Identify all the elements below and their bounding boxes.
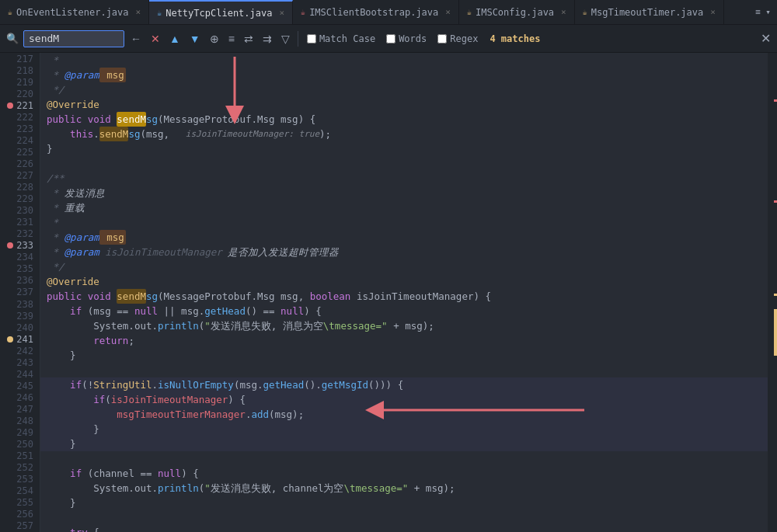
tab-close-icon-2[interactable]: ×	[445, 7, 451, 17]
code-line-229: * @param msg	[40, 230, 768, 245]
search-nav-up-button[interactable]: ▲	[166, 31, 183, 47]
tab-label-4: MsgTimeoutTimer.java	[591, 7, 704, 18]
match-case-option[interactable]: Match Case	[303, 32, 379, 46]
code-line-225: /**	[40, 171, 768, 186]
code-line-240: if(isJoinTimeoutManager) {	[40, 392, 768, 407]
tab-on-event-listener[interactable]: ☕ OnEventListener.java ×	[0, 0, 149, 24]
code-line-249: try {	[40, 525, 768, 532]
editor-area: 217 218 219 220 221 222 223 224 225 226 …	[0, 53, 777, 532]
gutter-line-257: 257	[0, 520, 40, 532]
gutter-line-253: 253	[0, 474, 40, 485]
search-icon: 🔍	[6, 33, 19, 44]
gutter-line-228: 228	[0, 182, 40, 193]
code-line-243: }	[40, 436, 768, 451]
gutter-line-244: 244	[0, 368, 40, 380]
search-replace-all-button[interactable]: ⇉	[260, 31, 275, 47]
search-replace-button[interactable]: ⇄	[241, 31, 256, 47]
tab-label-active: NettyTcpClient.java	[166, 8, 272, 19]
code-line-223: }	[40, 141, 768, 156]
tab-close-icon[interactable]: ×	[136, 7, 141, 17]
words-checkbox[interactable]	[386, 34, 395, 43]
line-number-gutter: 217 218 219 220 221 222 223 224 225 226 …	[0, 53, 40, 532]
gutter-line-234: 234	[0, 252, 40, 263]
search-funnel-button[interactable]: ▽	[278, 31, 293, 47]
code-line-244	[40, 451, 768, 466]
code-line-235: System.out.println("发送消息失败, 消息为空\tmessag…	[40, 318, 768, 333]
gutter-line-235: 235	[0, 263, 40, 275]
match-case-checkbox[interactable]	[307, 34, 316, 43]
gutter-line-220: 220	[0, 88, 40, 99]
gutter-line-251: 251	[0, 450, 40, 462]
tab-close-icon-3[interactable]: ×	[561, 7, 566, 17]
search-prev-button[interactable]: ←	[127, 31, 145, 47]
code-line-236: return;	[40, 333, 768, 348]
gutter-line-248: 248	[0, 415, 40, 426]
tab-netty-tcp-client[interactable]: ☕ NettyTcpClient.java ×	[149, 0, 293, 24]
code-line-234: if (msg == null || msg.getHead() == null…	[40, 304, 768, 318]
code-line-245: if (channel == null) {	[40, 466, 768, 481]
gutter-line-240: 240	[0, 322, 40, 333]
search-bar: 🔍 ← ✕ ▲ ▼ ⊕ ≡ ⇄ ⇉ ▽ Match Case Words Reg…	[0, 25, 777, 53]
code-line-242: }	[40, 422, 768, 436]
search-close-button[interactable]: ✕	[761, 31, 771, 46]
error-marker-221	[7, 103, 13, 109]
gutter-line-246: 246	[0, 391, 40, 403]
tab-close-icon-4[interactable]: ×	[710, 7, 716, 17]
scroll-marker-2	[774, 200, 777, 203]
gutter-line-238: 238	[0, 298, 40, 310]
gutter-line-226: 226	[0, 158, 40, 169]
code-line-247: }	[40, 495, 768, 510]
search-input[interactable]	[23, 30, 124, 47]
words-label: Words	[399, 33, 427, 44]
code-line-220: @Override	[40, 97, 768, 112]
scroll-marker-4	[774, 309, 777, 356]
java-icon-4: ☕	[583, 8, 587, 16]
java-icon-2: ☕	[301, 8, 305, 16]
code-line-238	[40, 363, 768, 377]
code-line-230: * @param isJoinTimeoutManager 是否加入发送超时管理…	[40, 245, 768, 259]
search-filter-button[interactable]: ≡	[225, 31, 238, 47]
gutter-line-225: 225	[0, 146, 40, 158]
java-icon-active: ☕	[157, 9, 162, 17]
ide-window: ☕ OnEventListener.java × ☕ NettyTcpClien…	[0, 0, 777, 532]
java-icon-3: ☕	[467, 8, 472, 16]
code-line-241: msgTimeoutTimerManager.add(msg);	[40, 407, 768, 422]
code-line-237: }	[40, 348, 768, 363]
gutter-line-222: 222	[0, 111, 40, 123]
code-content[interactable]: * * @param msg */ @Override public void …	[40, 53, 768, 532]
search-find-button[interactable]: ⊕	[207, 31, 222, 47]
words-option[interactable]: Words	[382, 32, 430, 46]
search-nav-down-button[interactable]: ▼	[186, 31, 204, 47]
code-line-226: * 发送消息	[40, 186, 768, 200]
gutter-line-231: 231	[0, 217, 40, 228]
scroll-marker-1	[774, 99, 777, 102]
gutter-line-245: 245	[0, 380, 40, 391]
tab-label-3: IMSConfig.java	[476, 7, 554, 18]
gutter-line-252: 252	[0, 462, 40, 474]
tab-close-active-icon[interactable]: ×	[279, 8, 284, 18]
gutter-line-232: 232	[0, 228, 40, 240]
code-line-227: * 重载	[40, 200, 768, 215]
gutter-line-241: 241	[0, 333, 40, 345]
gutter-line-217: 217	[0, 53, 40, 64]
code-line-228: *	[40, 215, 768, 230]
code-line-218: * @param msg	[40, 68, 768, 82]
regex-checkbox[interactable]	[437, 34, 447, 43]
gutter-line-230: 230	[0, 205, 40, 217]
gutter-line-239: 239	[0, 310, 40, 322]
gutter-line-219: 219	[0, 76, 40, 88]
tab-overflow[interactable]: ≡ ▾	[749, 7, 777, 17]
code-line-222: this.sendMsg(msg, isJoinTimeoutManager: …	[40, 127, 768, 141]
tab-ims-config[interactable]: ☕ IMSConfig.java ×	[459, 0, 575, 24]
gutter-line-218: 218	[0, 64, 40, 76]
tab-ims-client-bootstrap[interactable]: ☕ IMSClientBootstrap.java ×	[293, 0, 459, 24]
tab-msg-timeout-timer[interactable]: ☕ MsgTimeoutTimer.java ×	[575, 0, 724, 24]
gutter-line-236: 236	[0, 275, 40, 287]
code-line-248	[40, 510, 768, 525]
regex-option[interactable]: Regex	[434, 32, 482, 46]
gutter-line-254: 254	[0, 485, 40, 497]
search-clear-button[interactable]: ✕	[148, 31, 163, 47]
gutter-line-247: 247	[0, 403, 40, 415]
gutter-line-237: 237	[0, 287, 40, 298]
gutter-line-255: 255	[0, 497, 40, 509]
